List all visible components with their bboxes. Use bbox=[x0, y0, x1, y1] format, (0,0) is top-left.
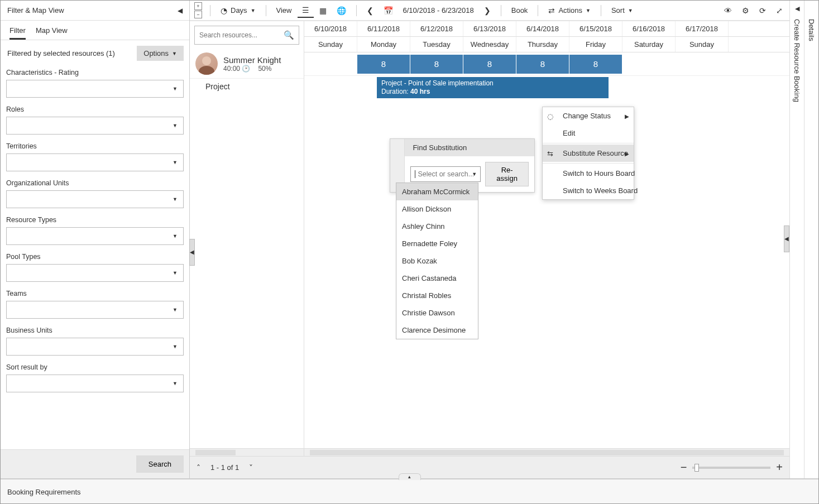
date-header-cell: 6/14/2018 bbox=[516, 21, 569, 36]
menu-switch-hours[interactable]: Switch to Hours Board bbox=[543, 165, 634, 182]
search-resources-input[interactable]: 🔍 bbox=[194, 26, 299, 45]
list-item[interactable]: Clarence Desimone bbox=[396, 321, 478, 339]
field-label: Teams bbox=[6, 290, 184, 297]
field-select[interactable] bbox=[6, 117, 184, 135]
tab-filter[interactable]: Filter bbox=[9, 26, 26, 40]
calendar-icon: 📅 bbox=[384, 6, 393, 15]
resource-name: Summer Knight bbox=[223, 55, 281, 65]
actions-dropdown[interactable]: ⇄ Actions ▼ bbox=[544, 4, 595, 17]
chevron-right-icon: ▶ bbox=[625, 113, 629, 119]
field-select[interactable] bbox=[6, 80, 184, 98]
allocation-cell[interactable]: 8 bbox=[569, 55, 622, 74]
menu-change-status[interactable]: ◌ Change Status ▶ bbox=[543, 107, 634, 124]
list-item[interactable]: Christal Robles bbox=[396, 287, 478, 304]
field-label: Resource Types bbox=[6, 216, 184, 224]
booking-block[interactable]: Project - Point of Sale implementation D… bbox=[377, 77, 609, 98]
day-name-cell: Thursday bbox=[516, 37, 569, 52]
tab-map-view[interactable]: Map View bbox=[36, 26, 68, 40]
settings-button[interactable]: ⚙ bbox=[737, 4, 754, 17]
resource-hscroll[interactable] bbox=[190, 448, 304, 456]
popup-title: Find Substitution bbox=[405, 139, 534, 156]
resource-hours: 40:00 🕑 bbox=[223, 65, 250, 73]
zoom-out-button[interactable]: − bbox=[681, 461, 687, 474]
date-header-cell: 6/13/2018 bbox=[463, 21, 516, 36]
allocation-cell[interactable]: 8 bbox=[516, 55, 569, 74]
field-label: Sort result by bbox=[6, 363, 184, 371]
menu-edit[interactable]: Edit bbox=[543, 124, 634, 142]
collapse-right-handle[interactable]: ◀ bbox=[784, 225, 789, 252]
allocation-cell[interactable]: 8 bbox=[410, 55, 463, 74]
find-substitution-popup: Find Substitution Select or search... Re… bbox=[390, 138, 535, 193]
view-list-button[interactable]: ☰ bbox=[298, 3, 314, 18]
page-down-icon[interactable]: ˅ bbox=[249, 463, 253, 472]
view-grid-button[interactable]: ▦ bbox=[315, 4, 331, 17]
page-up-icon[interactable]: ˄ bbox=[197, 463, 200, 472]
grid-hscroll[interactable] bbox=[304, 448, 789, 456]
list-item[interactable]: Cheri Castaneda bbox=[396, 270, 478, 287]
list-icon: ☰ bbox=[302, 6, 309, 15]
date-header-cell: 6/17/2018 bbox=[676, 21, 729, 36]
allocation-cell[interactable]: 8 bbox=[463, 55, 516, 74]
list-item[interactable]: Bernadette Foley bbox=[396, 235, 478, 252]
zoom-slider[interactable] bbox=[692, 467, 770, 469]
fullscreen-button[interactable]: ⤢ bbox=[772, 4, 787, 17]
field-select[interactable] bbox=[6, 338, 184, 356]
menu-switch-weeks[interactable]: Switch to Weeks Board bbox=[543, 182, 634, 199]
calendar-button[interactable]: 📅 bbox=[379, 4, 397, 17]
resource-row[interactable]: Summer Knight 40:00 🕑 50% bbox=[190, 49, 304, 79]
details-rail[interactable]: ◀ Details bbox=[804, 1, 818, 478]
schedule-board: + − ◔ Days ▼ View ☰ ▦ 🌐 ❮ 📅 6/10/2018 - … bbox=[190, 1, 789, 478]
field-label: Characteristics - Rating bbox=[6, 69, 184, 76]
zoom-in-button[interactable]: + bbox=[776, 461, 783, 474]
sort-dropdown[interactable]: Sort ▼ bbox=[607, 4, 638, 17]
timeline-grid: 6/10/20186/11/20186/12/20186/13/20186/14… bbox=[304, 21, 789, 456]
field-select[interactable] bbox=[6, 227, 184, 245]
create-booking-rail[interactable]: ◀ Create Resource Booking bbox=[789, 1, 804, 478]
search-button[interactable]: Search bbox=[136, 455, 184, 473]
list-item[interactable]: Christie Dawson bbox=[396, 304, 478, 321]
sidebar-title: Filter & Map View bbox=[7, 6, 64, 15]
field-select[interactable] bbox=[6, 301, 184, 319]
filter-sidebar: Filter & Map View ◀ Filter Map View Filt… bbox=[1, 1, 190, 478]
substitute-select[interactable]: Select or search... bbox=[410, 166, 481, 182]
field-select[interactable] bbox=[6, 153, 184, 171]
collapse-sidebar-icon[interactable]: ◀ bbox=[178, 7, 183, 15]
substitute-list[interactable]: Abraham McCormickAllison DicksonAshley C… bbox=[396, 183, 478, 339]
chevron-down-icon: ▼ bbox=[628, 8, 633, 13]
list-item[interactable]: Allison Dickson bbox=[396, 200, 478, 218]
menu-substitute-resource[interactable]: ⇆ Substitute Resource ▶ bbox=[543, 145, 634, 162]
allocation-cell[interactable]: 8 bbox=[357, 55, 410, 74]
days-dropdown[interactable]: ◔ Days ▼ bbox=[216, 4, 260, 17]
search-icon[interactable]: 🔍 bbox=[284, 30, 294, 40]
expand-all-button[interactable]: + bbox=[194, 2, 202, 10]
field-select[interactable] bbox=[6, 264, 184, 282]
reassign-button[interactable]: Re-assign bbox=[485, 162, 529, 186]
gear-icon: ⚙ bbox=[742, 6, 749, 15]
eye-icon: 👁 bbox=[724, 6, 732, 15]
globe-icon: 🌐 bbox=[337, 6, 346, 15]
options-button[interactable]: Options ▼ bbox=[137, 46, 184, 61]
book-button[interactable]: Book bbox=[507, 4, 533, 17]
drag-handle-icon[interactable]: ▴ bbox=[399, 473, 421, 480]
field-select[interactable] bbox=[6, 375, 184, 392]
collapse-all-button[interactable]: − bbox=[194, 11, 202, 18]
day-name-cell: Friday bbox=[569, 37, 622, 52]
date-header-cell: 6/11/2018 bbox=[357, 21, 410, 36]
field-label: Roles bbox=[6, 105, 184, 113]
collapse-mid-handle[interactable]: ◀ bbox=[189, 239, 195, 266]
resource-group[interactable]: Project bbox=[190, 79, 304, 94]
prev-range-button[interactable]: ❮ bbox=[362, 4, 378, 17]
list-item[interactable]: Bob Kozak bbox=[396, 252, 478, 270]
visibility-button[interactable]: 👁 bbox=[720, 4, 736, 17]
swap-icon: ⇄ bbox=[548, 6, 555, 15]
field-select[interactable] bbox=[6, 190, 184, 208]
list-item[interactable]: Ashley Chinn bbox=[396, 218, 478, 235]
field-label: Organizational Units bbox=[6, 179, 184, 187]
bottom-panel[interactable]: ▴ Booking Requirements bbox=[1, 478, 818, 504]
list-item[interactable]: Abraham McCormick bbox=[396, 183, 478, 200]
next-range-button[interactable]: ❯ bbox=[480, 4, 495, 17]
view-map-button[interactable]: 🌐 bbox=[332, 4, 351, 17]
grid-icon: ▦ bbox=[319, 6, 327, 15]
refresh-button[interactable]: ⟳ bbox=[755, 4, 770, 17]
chevron-left-icon: ❮ bbox=[367, 6, 373, 15]
